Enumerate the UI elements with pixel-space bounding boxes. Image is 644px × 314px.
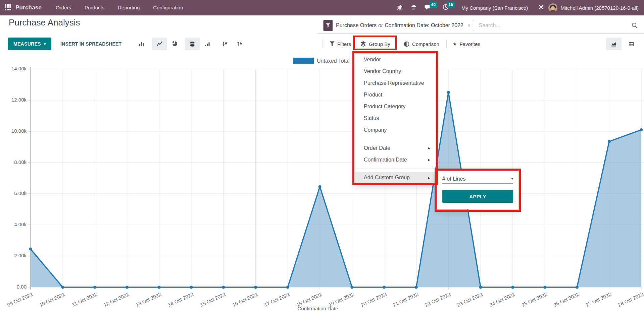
- app-name[interactable]: Purchase: [15, 4, 42, 11]
- company-switcher[interactable]: My Company (San Francisco): [461, 5, 528, 11]
- navbar-menu: OrdersProductsReportingConfiguration: [49, 0, 190, 15]
- x-axis-title: Confirmation Date: [288, 306, 348, 311]
- group-by-button[interactable]: Group By: [360, 38, 390, 50]
- apply-button[interactable]: APPLY: [442, 190, 513, 203]
- favorites-button[interactable]: ★ Favorites: [453, 38, 480, 50]
- graph-view-button[interactable]: [606, 38, 622, 50]
- facet-remove-icon[interactable]: ×: [467, 20, 474, 31]
- add-custom-group-panel: # of Lines ▾ APPLY: [437, 171, 518, 209]
- groupby-menu-item-vendor-country[interactable]: Vendor Country: [355, 65, 435, 77]
- comparison-button[interactable]: Comparison: [404, 38, 439, 50]
- y-axis-tick-label: 12.00k: [0, 97, 27, 103]
- facet-filter-icon: [324, 20, 333, 31]
- stacked-button[interactable]: [185, 38, 200, 50]
- debug-button[interactable]: [393, 0, 407, 15]
- search-icon[interactable]: [631, 22, 638, 30]
- ascending-bars-icon: [204, 41, 210, 47]
- submenu-caret-icon: ▸: [428, 175, 430, 180]
- sort-descending-button[interactable]: [217, 38, 232, 50]
- stacked-icon: [189, 41, 195, 47]
- y-axis-tick-label: 2.00k: [0, 253, 27, 258]
- groupby-dropdown-menu: VendorVendor CountryPurchase Representat…: [355, 53, 435, 184]
- y-axis-tick-label: 14.00k: [0, 66, 27, 71]
- menu-divider: [355, 139, 435, 139]
- line-chart: [0, 54, 644, 314]
- groupby-menu-item-company[interactable]: Company: [355, 124, 435, 136]
- phone-icon: [410, 4, 417, 12]
- search-bar: Purchase Orders or Confirmation Date: Oc…: [317, 17, 644, 34]
- caret-down-icon: ▾: [44, 42, 46, 46]
- nav-item-reporting[interactable]: Reporting: [111, 0, 146, 15]
- comparison-icon: [404, 41, 409, 47]
- y-axis-tick-label: 8.00k: [0, 159, 27, 165]
- cumulative-button[interactable]: [200, 38, 215, 50]
- y-axis-tick-label: 0.00: [0, 284, 27, 290]
- groupby-menu-item-confirmation-date[interactable]: Confirmation Date▸: [355, 154, 435, 166]
- apps-grid-icon: [5, 4, 11, 12]
- y-axis-tick-label: 6.00k: [0, 190, 27, 196]
- pie-chart-icon: [171, 41, 178, 47]
- facet-label: Purchase Orders: [336, 22, 377, 28]
- activities-button[interactable]: 15: [439, 0, 453, 15]
- separator: [401, 40, 401, 48]
- bar-chart-icon: [139, 41, 145, 47]
- filters-button[interactable]: Filters: [330, 38, 351, 50]
- groupby-menu-item-vendor[interactable]: Vendor: [355, 54, 435, 65]
- purchase-analysis-chart: Untaxed Total 0.002.00k4.00k6.00k8.00k10…: [0, 54, 644, 314]
- submenu-caret-icon: ▸: [428, 145, 430, 150]
- pivot-view-icon: [628, 41, 634, 47]
- control-panel: MEASURES ▾ INSERT IN SPREADSHEET: [0, 35, 644, 53]
- activities-badge: 15: [447, 2, 455, 8]
- line-chart-button[interactable]: [152, 38, 167, 50]
- nav-item-products[interactable]: Products: [78, 0, 111, 15]
- layers-icon: [360, 41, 366, 47]
- sort-ascending-button[interactable]: [232, 38, 247, 50]
- filter-icon: [330, 41, 335, 47]
- y-axis-tick-label: 10.00k: [0, 128, 27, 134]
- tools-button[interactable]: [534, 0, 548, 15]
- pie-chart-button[interactable]: [167, 38, 182, 50]
- line-chart-icon: [156, 41, 163, 47]
- search-facet: Purchase Orders or Confirmation Date: Oc…: [323, 20, 474, 31]
- bug-icon: [397, 4, 403, 12]
- menu-divider: [355, 169, 435, 169]
- facet-value: Confirmation Date: October 2022: [385, 22, 463, 28]
- tools-icon: [538, 4, 545, 12]
- user-name: Mitchell Admin (20570120-16-0-all): [560, 5, 639, 11]
- submenu-caret-icon: ▸: [428, 157, 430, 162]
- user-menu[interactable]: Mitchell Admin (20570120-16-0-all): [548, 3, 639, 12]
- groupby-menu-item-product-category[interactable]: Product Category: [355, 101, 435, 112]
- groupby-menu-item-order-date[interactable]: Order Date▸: [355, 142, 435, 154]
- messages-badge: 40: [430, 2, 437, 8]
- messages-button[interactable]: 40: [421, 0, 435, 15]
- measures-button[interactable]: MEASURES ▾: [8, 38, 51, 50]
- separator: [322, 40, 323, 48]
- page-title: Purchase Analysis: [9, 17, 80, 28]
- groupby-menu-item-status[interactable]: Status: [355, 112, 435, 124]
- separator: [446, 40, 447, 48]
- sort-ascending-icon: [237, 41, 243, 47]
- nav-item-orders[interactable]: Orders: [49, 0, 78, 15]
- bar-chart-button[interactable]: [134, 38, 149, 50]
- search-input[interactable]: [479, 22, 644, 28]
- sort-descending-icon: [222, 41, 228, 47]
- voip-button[interactable]: [407, 0, 421, 15]
- avatar: [548, 3, 557, 12]
- star-icon: ★: [453, 41, 457, 47]
- caret-down-icon: ▾: [511, 177, 513, 181]
- groupby-menu-item-product[interactable]: Product: [355, 89, 435, 101]
- add-custom-group-item[interactable]: Add Custom Group▸: [355, 172, 435, 183]
- groupby-menu-item-purchase-representative[interactable]: Purchase Representative: [355, 77, 435, 89]
- apps-menu-button[interactable]: [0, 0, 15, 15]
- pivot-view-button[interactable]: [624, 38, 639, 50]
- nav-item-configuration[interactable]: Configuration: [146, 0, 190, 15]
- graph-view-icon: [611, 41, 617, 47]
- facet-connector: or: [378, 22, 383, 28]
- navbar: Purchase OrdersProductsReportingConfigur…: [0, 0, 644, 15]
- y-axis-tick-label: 4.00k: [0, 222, 27, 227]
- insert-in-spreadsheet-button[interactable]: INSERT IN SPREADSHEET: [60, 38, 121, 50]
- custom-group-field-select[interactable]: # of Lines ▾: [442, 174, 513, 184]
